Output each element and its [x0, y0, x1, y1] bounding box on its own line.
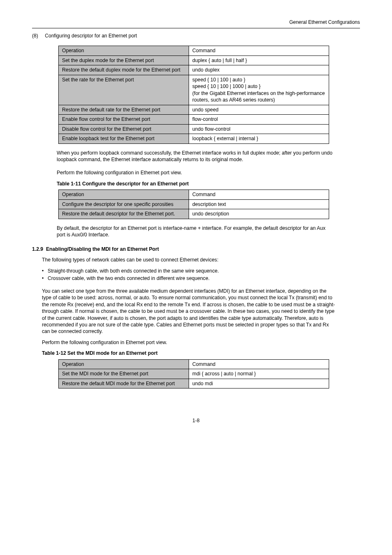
paragraph: Perform the following configuration in E…: [42, 339, 335, 346]
table-row: Disable flow control for the Ethernet po…: [59, 124, 329, 134]
cell-label: Operation: [59, 190, 189, 199]
table-1-11-caption: Table 1-11 Configure the descriptor for …: [57, 180, 335, 187]
table-row: Enable flow control for the Ethernet por…: [59, 115, 329, 124]
cell-label: Operation: [59, 46, 189, 56]
table-1-10-note: When you perform loopback command succes…: [57, 150, 335, 163]
table-1-12-caption: Table 1-12 Set the MDI mode for an Ether…: [42, 350, 335, 356]
cell-label: Enable flow control for the Ethernet por…: [59, 115, 189, 124]
table-row: Restore the default descriptor for the E…: [59, 209, 329, 219]
table-1-11: OperationCommand Configure the descripto…: [58, 190, 329, 219]
table-row: Restore the default rate for the Etherne…: [59, 105, 329, 114]
table-row: OperationCommand: [59, 46, 329, 56]
subsection-8-heading: (8) Configuring descriptor for an Ethern…: [32, 32, 360, 39]
list-item: Straight-through cable, with both ends c…: [42, 268, 360, 274]
table-row: OperationCommand: [59, 190, 329, 199]
cell-value: Command: [189, 359, 329, 369]
cell-label: Operation: [59, 359, 189, 369]
cell-value: undo duplex: [189, 65, 329, 75]
cell-label: Set the duplex mode for the Ethernet por…: [59, 56, 189, 65]
table-1-12: OperationCommand Set the MDI mode for th…: [58, 359, 329, 388]
running-header: Chapter 1 Ethernet Port Configurations G…: [32, 19, 360, 27]
running-header-text: General Ethernet Configurations: [289, 19, 360, 25]
table-1-11-note: By default, the descriptor for an Ethern…: [57, 225, 335, 238]
table-row: Set the duplex mode for the Ethernet por…: [59, 56, 329, 65]
cell-label: Disable flow control for the Ethernet po…: [59, 124, 189, 134]
cell-value: description text: [189, 199, 329, 209]
cell-label: Set the MDI mode for the Ethernet port: [59, 369, 189, 379]
bullet-list: Straight-through cable, with both ends c…: [42, 268, 360, 282]
cell-value: undo mdi: [189, 379, 329, 388]
cell-value: loopback { external | internal }: [189, 134, 329, 143]
cell-value: flow-control: [189, 115, 329, 124]
table-row: Configure the descriptor for one specifi…: [59, 199, 329, 209]
cell-value: Command: [189, 46, 329, 56]
cell-value: undo description: [189, 209, 329, 219]
cell-label: Restore the default MDI mode for the Eth…: [59, 379, 189, 388]
cell-value: Command: [189, 190, 329, 199]
paragraph: The following types of network cables ca…: [42, 257, 335, 263]
cell-value: undo flow-control: [189, 124, 329, 134]
header-rule: [32, 28, 360, 28]
table-1-10: OperationCommand Set the duplex mode for…: [58, 46, 329, 143]
page-number: 1-8: [32, 417, 360, 424]
cell-label: Restore the default rate for the Etherne…: [59, 105, 189, 114]
cell-label: Configure the descriptor for one specifi…: [59, 199, 189, 209]
cell-label: Set the rate for the Ethernet port: [59, 75, 189, 105]
section-1-2-9-heading: 1.2.9 Enabling/Disabling the MDI for an …: [32, 246, 360, 252]
table-row: Set the rate for the Ethernet portspeed …: [59, 75, 329, 105]
cell-value: duplex { auto | full | half }: [189, 56, 329, 65]
table-row: OperationCommand: [59, 359, 329, 369]
table-row: Set the MDI mode for the Ethernet portmd…: [59, 369, 329, 379]
cell-value: speed { 10 | 100 | auto } speed { 10 | 1…: [189, 75, 329, 105]
cell-value: undo speed: [189, 105, 329, 114]
list-item: Crossover cable, with the two ends conne…: [42, 275, 360, 282]
table-row: Restore the default MDI mode for the Eth…: [59, 379, 329, 388]
cell-label: Restore the default duplex mode for the …: [59, 65, 189, 75]
cell-value: mdi { across | auto | normal }: [189, 369, 329, 379]
table-row: Restore the default duplex mode for the …: [59, 65, 329, 75]
table-row: Enable loopback test for the Ethernet po…: [59, 134, 329, 143]
paragraph: You can select one type from the three a…: [42, 288, 335, 335]
cell-label: Enable loopback test for the Ethernet po…: [59, 134, 189, 143]
cell-label: Restore the default descriptor for the E…: [59, 209, 189, 219]
paragraph: Perform the following configuration in E…: [57, 169, 335, 176]
